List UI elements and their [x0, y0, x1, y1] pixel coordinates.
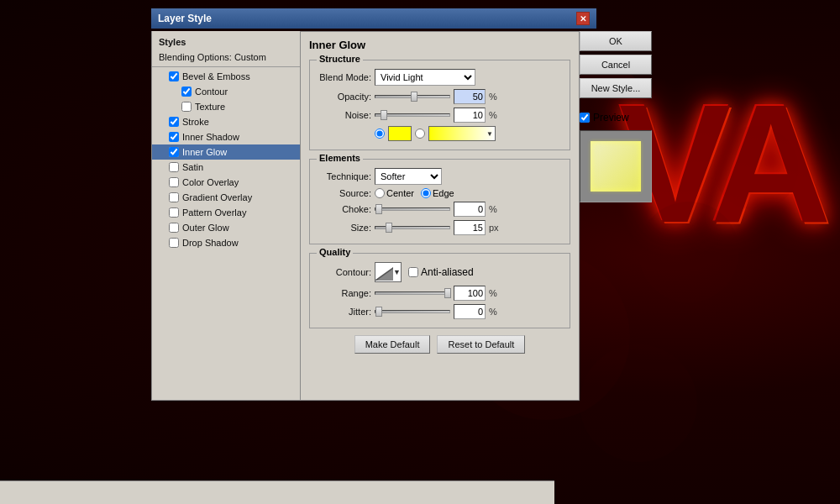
contour-row: Contour: ▼ Anti-aliased	[317, 262, 563, 282]
source-center-radio[interactable]	[375, 188, 385, 198]
noise-thumb[interactable]	[381, 110, 387, 120]
gradient-radio[interactable]	[415, 129, 425, 139]
range-thumb[interactable]	[444, 288, 451, 298]
preview-label-row: Preview	[580, 112, 655, 123]
inner-shadow-checkbox[interactable]	[169, 132, 179, 142]
quality-group: Quality Contour: ▼ Anti-aliased Range:	[309, 253, 570, 328]
technique-select[interactable]: Softer Precise	[375, 168, 442, 185]
contour-preview[interactable]: ▼	[375, 262, 402, 282]
blend-mode-label: Blend Mode:	[317, 72, 371, 82]
size-slider[interactable]	[375, 226, 450, 229]
opacity-label: Opacity:	[317, 92, 371, 102]
choke-slider[interactable]	[375, 207, 450, 211]
sidebar-item-pattern-overlay[interactable]: Pattern Overlay	[152, 205, 300, 220]
svg-point-1	[638, 202, 739, 302]
noise-label: Noise:	[317, 110, 371, 120]
gradient-overlay-checkbox[interactable]	[169, 192, 179, 202]
layer-styles-sidebar: Styles Blending Options: Custom Bevel & …	[151, 31, 301, 401]
sidebar-item-gradient-overlay[interactable]: Gradient Overlay	[152, 190, 300, 205]
source-radio-group: Center Edge	[375, 188, 454, 198]
contour-dropdown-arrow: ▼	[393, 268, 401, 276]
elements-group: Elements Technique: Softer Precise Sourc…	[309, 159, 570, 244]
satin-checkbox[interactable]	[169, 162, 179, 172]
range-slider[interactable]	[375, 291, 450, 295]
opacity-unit: %	[489, 92, 497, 102]
sidebar-item-inner-glow[interactable]: Inner Glow	[152, 144, 300, 160]
jitter-label: Jitter:	[317, 307, 371, 317]
cancel-button[interactable]: Cancel	[580, 55, 652, 75]
size-label: Size:	[317, 223, 371, 233]
sidebar-item-satin[interactable]: Satin	[152, 160, 300, 175]
texture-label: Texture	[195, 102, 225, 112]
size-thumb[interactable]	[386, 223, 392, 233]
size-input[interactable]	[454, 220, 486, 235]
source-row: Source: Center Edge	[317, 188, 563, 198]
color-overlay-checkbox[interactable]	[169, 177, 179, 187]
contour-checkbox[interactable]	[181, 87, 192, 97]
color-row: ▼	[317, 126, 563, 141]
range-row: Range: %	[317, 286, 563, 301]
texture-checkbox[interactable]	[181, 102, 192, 112]
outer-glow-checkbox[interactable]	[169, 223, 179, 233]
inner-glow-label: Inner Glow	[182, 147, 227, 157]
source-center-label: Center	[386, 188, 414, 198]
sidebar-item-contour[interactable]: Contour	[152, 84, 300, 99]
sidebar-item-bevel-emboss[interactable]: Bevel & Emboss	[152, 69, 300, 84]
range-label: Range:	[317, 288, 371, 298]
panel-title: Inner Glow	[309, 39, 570, 51]
svg-point-3	[714, 126, 798, 210]
bevel-emboss-checkbox[interactable]	[169, 71, 179, 81]
inner-glow-checkbox[interactable]	[169, 147, 179, 157]
blend-mode-select[interactable]: Vivid Light Normal Screen Overlay Multip…	[375, 69, 475, 86]
sidebar-item-inner-shadow[interactable]: Inner Shadow	[152, 129, 300, 144]
main-content-panel: Inner Glow Structure Blend Mode: Vivid L…	[301, 31, 580, 401]
gradient-swatch[interactable]: ▼	[428, 126, 496, 141]
new-style-button[interactable]: New Style...	[580, 78, 652, 98]
solid-color-radio[interactable]	[375, 129, 385, 139]
choke-row: Choke: %	[317, 202, 563, 217]
noise-slider[interactable]	[375, 113, 450, 117]
technique-label: Technique:	[317, 171, 371, 181]
close-icon: ✕	[580, 14, 586, 24]
jitter-thumb[interactable]	[375, 307, 382, 317]
noise-input[interactable]	[454, 108, 486, 123]
sidebar-item-stroke[interactable]: Stroke	[152, 114, 300, 129]
make-default-button[interactable]: Make Default	[354, 335, 431, 354]
sidebar-item-outer-glow[interactable]: Outer Glow	[152, 220, 300, 235]
source-edge-option[interactable]: Edge	[421, 188, 454, 198]
choke-input[interactable]	[454, 202, 486, 217]
blending-label: Blending Options: Custom	[159, 52, 266, 62]
sidebar-blending-options[interactable]: Blending Options: Custom	[152, 50, 300, 65]
size-unit: px	[489, 223, 499, 233]
satin-label: Satin	[182, 162, 203, 172]
jitter-row: Jitter: %	[317, 304, 563, 319]
jitter-input[interactable]	[454, 304, 486, 319]
sidebar-item-drop-shadow[interactable]: Drop Shadow	[152, 235, 300, 250]
sidebar-item-texture[interactable]: Texture	[152, 99, 300, 114]
close-button[interactable]: ✕	[576, 12, 590, 25]
choke-thumb[interactable]	[375, 204, 382, 214]
anti-aliased-checkbox[interactable]	[408, 267, 418, 277]
anti-aliased-option[interactable]: Anti-aliased	[408, 266, 474, 278]
dialog-titlebar: Layer Style ✕	[151, 8, 596, 29]
jitter-slider[interactable]	[375, 310, 450, 313]
opacity-thumb[interactable]	[411, 92, 417, 102]
pattern-overlay-checkbox[interactable]	[169, 207, 179, 218]
preview-checkbox[interactable]	[580, 113, 590, 123]
range-input[interactable]	[454, 286, 486, 301]
source-label: Source:	[317, 188, 371, 198]
sidebar-item-color-overlay[interactable]: Color Overlay	[152, 175, 300, 190]
reset-to-default-button[interactable]: Reset to Default	[437, 335, 525, 354]
ok-button[interactable]: OK	[580, 31, 652, 51]
source-center-option[interactable]: Center	[375, 188, 414, 198]
opacity-input[interactable]	[454, 89, 486, 104]
stroke-checkbox[interactable]	[169, 117, 179, 127]
dialog-title: Layer Style	[158, 13, 212, 24]
source-edge-radio[interactable]	[421, 188, 431, 198]
color-swatch[interactable]	[388, 126, 412, 141]
drop-shadow-checkbox[interactable]	[169, 238, 179, 248]
sidebar-styles-header[interactable]: Styles	[152, 34, 300, 50]
opacity-slider[interactable]	[375, 95, 450, 98]
blend-mode-row: Blend Mode: Vivid Light Normal Screen Ov…	[317, 69, 563, 86]
preview-inner	[591, 141, 641, 192]
